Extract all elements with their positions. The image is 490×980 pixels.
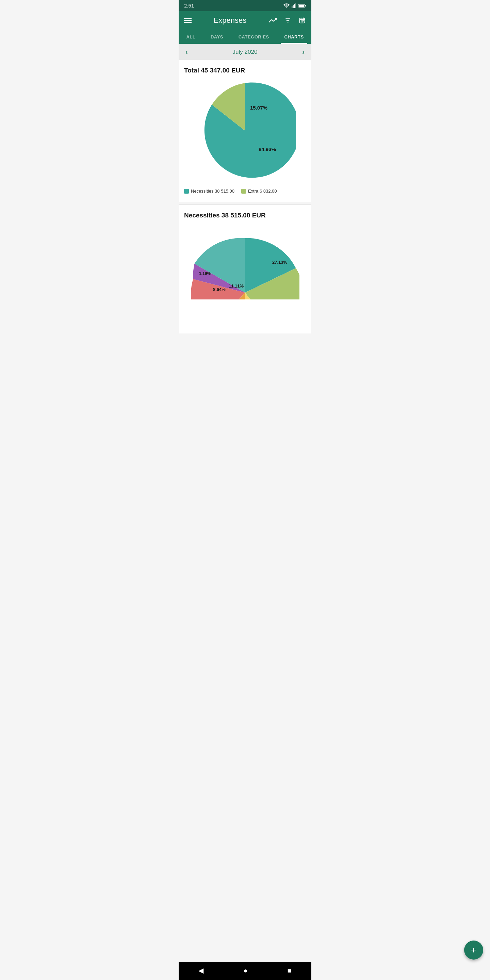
necessities-chart-title: Necessities 38 515.00 EUR (184, 212, 306, 219)
necessities-color-swatch (184, 189, 189, 194)
svg-rect-1 (293, 5, 294, 8)
legend-extra: Extra 6 832.00 (241, 189, 277, 194)
battery-icon (298, 4, 306, 8)
status-bar: 2:51 (179, 0, 311, 11)
prev-month-button[interactable]: ‹ (185, 48, 188, 56)
total-chart-title: Total 45 347.00 EUR (184, 67, 306, 74)
svg-rect-2 (294, 4, 295, 8)
svg-rect-14 (301, 21, 302, 21)
trend-icon[interactable] (269, 17, 277, 24)
total-chart-section: Total 45 347.00 EUR 84.93% 15.07% Necess… (179, 60, 311, 202)
svg-text:11.11%: 11.11% (229, 283, 244, 288)
svg-rect-17 (301, 21, 302, 22)
svg-rect-0 (292, 6, 292, 8)
svg-rect-18 (302, 21, 303, 22)
month-navigator: ‹ July 2020 › (179, 44, 311, 60)
extra-label: Extra 6 832.00 (248, 189, 277, 194)
hamburger-menu[interactable] (184, 18, 192, 23)
page-title: Expenses (214, 16, 247, 25)
extra-color-swatch (241, 189, 246, 194)
tab-bar: ALL DAYS CATEGORIES CHARTS (179, 30, 311, 44)
total-pie-chart: 84.93% 15.07% (184, 80, 306, 182)
necessities-label: Necessities 38 515.00 (191, 189, 234, 194)
svg-rect-6 (299, 5, 304, 7)
svg-rect-3 (295, 3, 296, 8)
tab-days[interactable]: DAYS (207, 30, 227, 44)
necessities-chart-section: Necessities 38 515.00 EUR (179, 205, 311, 334)
signal-icon (292, 3, 296, 8)
total-chart-legend: Necessities 38 515.00 Extra 6 832.00 (184, 189, 306, 194)
svg-rect-5 (305, 5, 305, 6)
next-month-button[interactable]: › (302, 48, 305, 56)
necessities-pie-chart: 27.13% 11.11% 8.64% 1.19% (184, 224, 306, 299)
tab-charts[interactable]: CHARTS (281, 30, 307, 44)
current-month-label: July 2020 (233, 49, 258, 56)
legend-necessities: Necessities 38 515.00 (184, 189, 234, 194)
tab-categories[interactable]: CATEGORIES (235, 30, 272, 44)
svg-text:8.64%: 8.64% (213, 287, 226, 292)
tab-all[interactable]: ALL (183, 30, 199, 44)
status-icons (283, 3, 306, 8)
svg-text:1.19%: 1.19% (199, 271, 211, 276)
svg-text:27.13%: 27.13% (272, 259, 288, 265)
svg-rect-15 (302, 21, 303, 21)
svg-text:84.93%: 84.93% (259, 146, 276, 152)
app-header: Expenses (179, 11, 311, 30)
header-actions (269, 17, 306, 24)
wifi-icon (283, 3, 290, 8)
svg-rect-16 (303, 21, 304, 21)
calendar-icon[interactable] (298, 17, 306, 24)
svg-text:15.07%: 15.07% (250, 105, 267, 111)
filter-icon[interactable] (284, 17, 292, 24)
status-time: 2:51 (184, 3, 194, 8)
